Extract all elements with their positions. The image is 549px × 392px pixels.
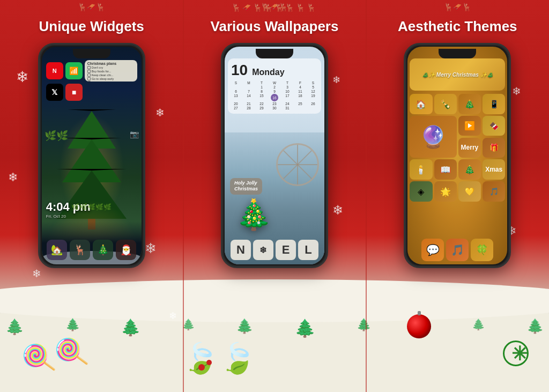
record-widget[interactable]: ⏹ (65, 84, 83, 101)
app-icon-4[interactable]: 📱 (483, 94, 505, 114)
col1-title: Unique Widgets (39, 18, 144, 35)
calendar-grid: S M T W T F S 1 (231, 81, 318, 110)
dock-icon-3[interactable]: 🍀 (471, 239, 493, 261)
holly-decoration: 🍃🍃 (182, 341, 256, 376)
calendar-widget[interactable]: 10 Monday S M T W T F S (228, 58, 321, 114)
cal-h-t2: T (283, 81, 292, 85)
phone1-notch (73, 49, 110, 58)
noel-e[interactable]: E (276, 240, 296, 260)
holly-berry-2 (206, 360, 212, 365)
netflix-widget[interactable]: N (46, 62, 63, 79)
phone3-notch (439, 49, 476, 58)
phone3-screen: 🎄✨ Merry Christmas ✨🎄 🏠 🍾 🎄 📱 (407, 47, 507, 264)
holly-jolly-line1: Holy Jolly (234, 180, 258, 187)
app-grid-2x2: ▶️ 🍫 Merry 🎁 (458, 116, 506, 158)
phone-1: N 📶 Christmas plans Don't cry Buy foods … (38, 43, 145, 268)
app-icon-11[interactable]: 🎄 (458, 159, 481, 180)
checklist-item-2: Buy foods for... (87, 70, 135, 73)
cal-h-s2: S (308, 81, 318, 85)
cal-week-4: 20 21 22 23 24 25 26 (231, 102, 318, 106)
phone1-bg: N 📶 Christmas plans Don't cry Buy foods … (42, 47, 142, 264)
phone3-bg: 🎄✨ Merry Christmas ✨🎄 🏠 🍾 🎄 📱 (407, 47, 507, 264)
checkbox (87, 70, 91, 73)
santa-app[interactable]: 🎅 (116, 240, 136, 260)
ferris-wheel (276, 143, 319, 186)
app-icon-13[interactable]: ◈ (410, 181, 432, 202)
dock-icon-2[interactable]: 🎵 (446, 239, 469, 261)
col2-title: Various Wallpapers (211, 18, 339, 35)
checklist-title: Christmas plans (87, 62, 135, 65)
wreath-decoration: 🌿🌿 (44, 130, 68, 142)
camera-widget: 📷 (130, 130, 139, 138)
widget-row-1: N 📶 Christmas plans Don't cry Buy foods … (46, 60, 137, 82)
checklist-item-4: Go to sleep early (87, 77, 135, 80)
noel-n[interactable]: N (231, 240, 251, 260)
app-icon-8[interactable]: 🎁 (483, 138, 505, 158)
phone1-screen: N 📶 Christmas plans Don't cry Buy foods … (42, 47, 142, 264)
cal-h-s: S (231, 81, 241, 85)
item-text: Waiting Santa (92, 81, 110, 82)
bottom-dock: 🏡 🦌 🎄 🎅 (46, 240, 137, 260)
holly-jolly-line2: Christmas (234, 186, 258, 193)
app-icon-15[interactable]: 💛 (458, 181, 481, 202)
app-icon-5[interactable]: ▶️ (458, 116, 481, 136)
column-unique-widgets: 🦌🛷🦌 Unique Widgets (0, 0, 183, 392)
cal-week-2: 6 7 8 9 10 11 12 (231, 90, 318, 93)
col3-title: Aesthetic Themes (398, 18, 517, 35)
cal-header: 10 Monday (231, 62, 318, 79)
app-row-1: 🏠 🍾 🎄 📱 (410, 94, 505, 114)
checkbox (87, 81, 91, 82)
noel-l[interactable]: L (298, 240, 318, 260)
x-widget[interactable]: 𝕏 (46, 84, 63, 101)
app-icon-12[interactable]: Xmas (483, 159, 505, 180)
deer-app[interactable]: 🦌 (70, 240, 90, 260)
app-icon-2[interactable]: 🍾 (434, 94, 457, 114)
wifi-widget[interactable]: 📶 (65, 62, 83, 79)
snow-globe-icon[interactable]: 🔮 (410, 116, 457, 158)
app-row-2: 🔮 ▶️ 🍫 Merry 🎁 (410, 116, 505, 158)
app-row-4: ◈ 🌟 💛 🎵 (410, 181, 505, 202)
checkbox (87, 73, 91, 77)
item-text: Go to sleep early (92, 77, 114, 80)
app-icon-6[interactable]: 🍫 (483, 116, 505, 136)
col3-reindeer: 🦌🛷🦌 (444, 3, 471, 11)
holly-berry-1 (198, 364, 205, 371)
app-icon-10[interactable]: 📖 (434, 159, 457, 180)
item-text: Buy foods for... (92, 70, 112, 73)
noel-snowflake[interactable]: ❄ (253, 240, 273, 260)
checkbox (87, 77, 91, 80)
phone2-screen: 10 Monday S M T W T F S (225, 47, 324, 264)
bottom-dock-3: 💬 🎵 🍀 (410, 239, 505, 261)
app-icon-16[interactable]: 🎵 (483, 181, 505, 202)
item-text: Keep clean chi... (92, 73, 114, 77)
greenery-row: 🌿🌿🌿🌿🌿 (42, 203, 142, 211)
scene-tree: 🎄 (235, 197, 272, 232)
cal-week-1: 1 2 3 4 5 (231, 85, 318, 89)
green-star-ornament: ✳ (511, 343, 528, 365)
cal-header-row: S M T W T F S (231, 81, 318, 85)
cal-day-number: 10 (231, 62, 248, 79)
cal-day-name: Monday (252, 68, 284, 77)
red-ornament (407, 314, 431, 338)
cal-highlighted-day: 16 (271, 94, 278, 101)
item-text: Don't cry (92, 66, 103, 69)
app-icon-3[interactable]: 🎄 (458, 94, 481, 114)
home-app[interactable]: 🏡 (47, 240, 67, 260)
app-icon-9[interactable]: 🕯️ (410, 159, 432, 180)
widgets-area: N 📶 Christmas plans Don't cry Buy foods … (46, 60, 137, 103)
cal-h-m: M (244, 81, 254, 85)
checklist-widget[interactable]: Christmas plans Don't cry Buy foods for.… (85, 60, 137, 82)
app-icon-1[interactable]: 🏠 (410, 94, 432, 114)
tree-app[interactable]: 🎄 (93, 240, 113, 260)
column-various-wallpapers: 🦌🛷🦌 Various Wallpapers 10 Monday S (183, 0, 366, 392)
checklist-item-1: Don't cry (87, 66, 135, 69)
phone-3: 🎄✨ Merry Christmas ✨🎄 🏠 🍾 🎄 📱 (404, 43, 511, 268)
phone2-bg: 10 Monday S M T W T F S (225, 47, 324, 264)
column-aesthetic-themes: 🦌🛷🦌 Aesthetic Themes 🎄✨ Merry Christmas … (366, 0, 549, 392)
dock-icon-1[interactable]: 💬 (421, 239, 444, 261)
app-icon-14[interactable]: 🌟 (434, 181, 457, 202)
banner-text: 🎄✨ Merry Christmas ✨🎄 (422, 72, 493, 78)
checkbox (87, 66, 91, 69)
cal-h-t: T (257, 81, 266, 85)
app-icon-7[interactable]: Merry (458, 138, 481, 158)
